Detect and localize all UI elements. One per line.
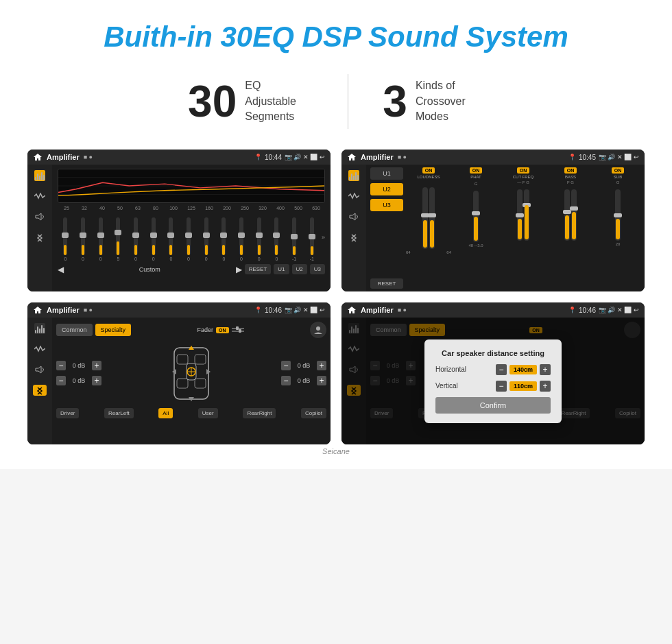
- sidebar-bt3-icon[interactable]: [33, 385, 47, 396]
- eq-slider-8[interactable]: 0: [198, 217, 214, 261]
- stat-crossover: 3 Kinds ofCrossover Modes: [348, 78, 518, 124]
- rear-left-btn[interactable]: RearLeft: [104, 408, 134, 418]
- eq-slider-6[interactable]: 0: [163, 217, 179, 261]
- screens-grid: Amplifier ■ ● 📍 10:44 📷 🔊 ✕ ⬜ ↩: [27, 150, 645, 444]
- eq-slider-1[interactable]: 0: [75, 217, 91, 261]
- sidebar-wave-icon[interactable]: [33, 191, 47, 202]
- status-bar-2: Amplifier ■ ● 📍 10:45 📷 🔊 ✕ ⬜ ↩: [341, 150, 645, 165]
- crossover-u-buttons: U1 U2 U3 RESET: [370, 167, 403, 289]
- sidebar-vol2-icon[interactable]: [347, 211, 361, 222]
- time-1: 10:44: [265, 154, 282, 161]
- eq-reset-btn[interactable]: RESET: [245, 264, 272, 274]
- db-fl-plus[interactable]: +: [92, 361, 101, 370]
- cutfreq-slider-area: [517, 186, 529, 241]
- svg-rect-14: [195, 355, 206, 364]
- time-2: 10:45: [579, 154, 596, 161]
- eq-slider-11[interactable]: 0: [251, 217, 267, 261]
- screen-content-4: Common Specialty ON − 0: [341, 318, 645, 444]
- home-icon-1[interactable]: [33, 152, 43, 162]
- sidebar-vol3-icon[interactable]: [33, 364, 47, 375]
- sub-slider-area: [615, 186, 621, 241]
- eq-slider-0[interactable]: 0: [58, 217, 73, 261]
- confirm-button[interactable]: Confirm: [435, 397, 551, 414]
- page-title: Buith-in 30EQ DSP Sound System: [27, 21, 645, 53]
- screen-content-3: Common Specialty Fader ON: [27, 318, 331, 444]
- fader-label: Fader: [197, 326, 214, 333]
- eq-next-btn[interactable]: ▶: [236, 265, 242, 274]
- db-control-rl: − 0 dB +: [56, 376, 101, 385]
- driver-btn[interactable]: Driver: [56, 408, 79, 418]
- sidebar-eq2-icon[interactable]: [347, 170, 361, 181]
- sidebar-vol-icon[interactable]: [33, 211, 47, 222]
- copilot-btn[interactable]: Copilot: [301, 408, 326, 418]
- horizontal-control: − 140cm +: [496, 364, 551, 375]
- vertical-plus-btn[interactable]: +: [540, 381, 551, 392]
- db-rr-plus[interactable]: +: [317, 376, 326, 385]
- eq-slider-4[interactable]: 0: [128, 217, 144, 261]
- status-bar-4: Amplifier ■ ● 📍 10:46 📷 🔊 ✕ ⬜ ↩: [341, 302, 645, 318]
- phat-slider[interactable]: [473, 191, 479, 242]
- db-fl-minus[interactable]: −: [56, 361, 66, 370]
- eq-u3-btn[interactable]: U3: [310, 264, 325, 274]
- home-icon-3[interactable]: [33, 305, 43, 315]
- eq-main-area: 25 32 40 50 63 80 100 125 160 200 250 32…: [52, 165, 331, 291]
- db-fr-plus[interactable]: +: [317, 361, 326, 370]
- cutfreq-slider2[interactable]: [524, 189, 529, 241]
- crossover-reset-btn[interactable]: RESET: [370, 278, 403, 289]
- eq-slider-2[interactable]: 0: [93, 217, 108, 261]
- horizontal-value: 140cm: [509, 365, 537, 374]
- band-bass: ON BASS F G: [548, 167, 593, 289]
- screen-speaker: Amplifier ■ ● 📍 10:46 📷 🔊 ✕ ⬜ ↩: [27, 302, 331, 444]
- u2-btn[interactable]: U2: [370, 183, 403, 195]
- db-fr-minus[interactable]: −: [281, 361, 291, 370]
- sidebar-bt-icon[interactable]: [33, 232, 47, 243]
- sidebar-eq3-icon[interactable]: [33, 323, 47, 334]
- sidebar-wave2-icon[interactable]: [347, 191, 361, 202]
- horizontal-plus-btn[interactable]: +: [540, 364, 551, 375]
- eq-slider-13[interactable]: -1: [287, 217, 302, 261]
- loudness-slider2[interactable]: [429, 187, 435, 249]
- eq-slider-12[interactable]: 0: [269, 217, 285, 261]
- all-btn[interactable]: All: [158, 408, 173, 418]
- svg-marker-6: [36, 366, 41, 373]
- screen-distance: Amplifier ■ ● 📍 10:46 📷 🔊 ✕ ⬜ ↩: [341, 302, 645, 444]
- user-btn[interactable]: User: [198, 408, 218, 418]
- db-rl-plus[interactable]: +: [92, 376, 101, 385]
- db-rl-minus[interactable]: −: [56, 376, 66, 385]
- eq-slider-14[interactable]: -1: [304, 217, 320, 261]
- bass-slider1[interactable]: [564, 189, 570, 241]
- sidebar-bt2-icon[interactable]: [347, 232, 361, 243]
- vertical-minus-btn[interactable]: −: [496, 381, 507, 392]
- car-diagram-svg: [160, 344, 222, 403]
- specialty-btn[interactable]: Specialty: [95, 324, 132, 336]
- screen-content-2: U1 U2 U3 RESET ON LOUDNESS: [341, 165, 645, 291]
- eq-slider-3[interactable]: 5: [110, 217, 126, 261]
- u3-btn[interactable]: U3: [370, 199, 403, 211]
- sidebar-wave3-icon[interactable]: [33, 344, 47, 355]
- eq-prev-btn[interactable]: ◀: [58, 265, 64, 274]
- sub-slider[interactable]: [615, 189, 621, 241]
- user-avatar[interactable]: [310, 322, 326, 338]
- u1-btn[interactable]: U1: [370, 167, 403, 180]
- loudness-slider[interactable]: [422, 187, 428, 249]
- rear-right-btn[interactable]: RearRight: [243, 408, 276, 418]
- eq-u2-btn[interactable]: U2: [292, 264, 307, 274]
- eq-slider-9[interactable]: 0: [216, 217, 232, 261]
- sidebar-eq-icon[interactable]: [33, 170, 47, 181]
- horizontal-minus-btn[interactable]: −: [496, 364, 507, 375]
- home-icon-2[interactable]: [347, 152, 357, 162]
- eq-slider-5[interactable]: 0: [145, 217, 161, 261]
- eq-u1-btn[interactable]: U1: [274, 264, 289, 274]
- common-btn[interactable]: Common: [56, 324, 93, 336]
- db-rr-minus[interactable]: −: [281, 376, 291, 385]
- cutfreq-slider1[interactable]: [517, 189, 523, 241]
- bass-slider2[interactable]: [571, 189, 577, 241]
- speaker-pos-buttons: Driver RearLeft All User RearRight Copil…: [56, 408, 326, 418]
- horizontal-label: Horizontal: [435, 366, 477, 373]
- dialog-overlay: Car speaker distance setting Horizontal …: [341, 318, 645, 444]
- eq-slider-7[interactable]: 0: [181, 217, 197, 261]
- phat-slider-area: [473, 187, 479, 242]
- home-icon-4[interactable]: [347, 305, 357, 315]
- dialog-title: Car speaker distance setting: [435, 349, 551, 357]
- eq-slider-10[interactable]: 0: [234, 217, 250, 261]
